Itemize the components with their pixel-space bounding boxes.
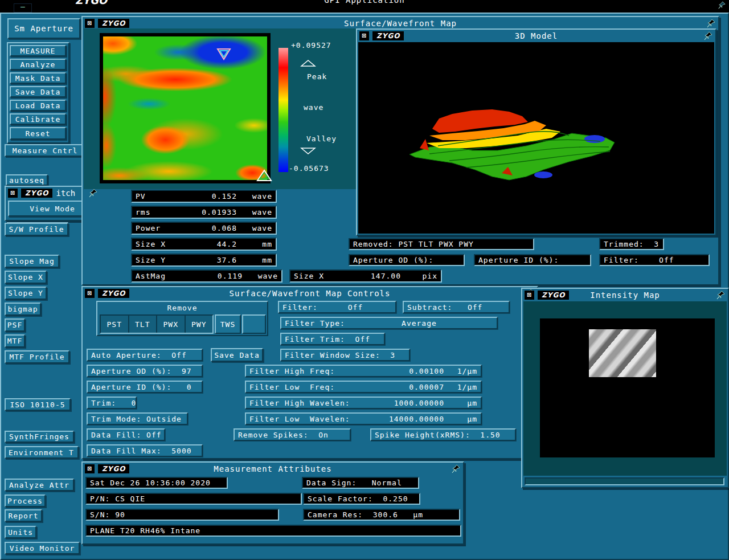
aperture-od-input[interactable]: Aperture OD (%): 97	[87, 365, 203, 377]
model3d-titlebar[interactable]: ⊠ ZYGO 3D Model	[357, 30, 715, 42]
save-data-button[interactable]: Save Data	[10, 86, 66, 97]
model3d-canvas	[358, 42, 714, 234]
pin-icon[interactable]	[718, 1, 726, 9]
trimmed-field: Trimmed: 3	[599, 238, 664, 250]
filter-high-freq-input[interactable]: Filter High Freq: 0.00100 1/µm	[245, 365, 482, 377]
unit-label: wave	[304, 103, 323, 112]
filter-high-wavelen-input[interactable]: Filter High Wavelen: 1000.00000 µm	[245, 397, 482, 409]
sidebar-item-process[interactable]: Process	[5, 494, 46, 507]
remove-tws-button[interactable]: TWS	[215, 314, 241, 334]
filter-field: Filter: Off	[599, 254, 710, 266]
subtract-toggle[interactable]: Subtract: Off	[403, 301, 510, 313]
data-fill-max-input[interactable]: Data Fill Max: 5000	[87, 444, 203, 457]
app-titlebar[interactable]: — ZYGO GPI Application	[0, 0, 729, 13]
sidebar-item-video-monitor[interactable]: Video Monitor	[5, 542, 80, 554]
window-menu-button[interactable]: —	[14, 3, 32, 13]
measure-button[interactable]: MEASURE	[10, 45, 66, 56]
pin-icon[interactable]	[703, 31, 712, 40]
intensity-bottom-groove	[525, 477, 724, 485]
zygo-logo: ZYGO	[372, 31, 404, 40]
controls-title: Surface/Wavefront Map Controls	[83, 289, 537, 298]
mask-data-button[interactable]: Mask Data	[10, 72, 66, 84]
zygo-logo: ZYGO	[98, 19, 129, 28]
peak-label: Peak	[307, 72, 327, 81]
pin-icon[interactable]	[88, 189, 97, 198]
data-sign-field[interactable]: Data Sign: Normal	[302, 477, 419, 489]
data-fill-toggle[interactable]: Data Fill: Off	[87, 428, 165, 441]
close-icon[interactable]: ⊠	[85, 19, 95, 28]
remove-tlt-button[interactable]: TLT	[129, 316, 158, 333]
sidebar-item-iso-10110-5[interactable]: ISO 10110-5	[5, 398, 71, 411]
sidebar-item-report[interactable]: Report	[5, 509, 42, 522]
trim-mode-toggle[interactable]: Trim Mode: Outside	[87, 412, 188, 425]
valley-arrow-icon	[300, 147, 316, 155]
sidebar-item-slope-y[interactable]: Slope Y	[5, 287, 47, 300]
attributes-titlebar[interactable]: ⊠ ZYGO Measurement Attributes	[83, 463, 463, 475]
filter-toggle[interactable]: Filter: Off	[278, 301, 396, 313]
stat-size-x: Size X 44.2 mm	[131, 238, 277, 251]
filter-type-field[interactable]: Filter Type: Average	[280, 317, 498, 329]
filter-low-wavelen-input[interactable]: Filter Low Wavelen: 14000.00000 µm	[245, 412, 482, 425]
calibrate-button[interactable]: Calibrate	[10, 113, 66, 125]
trim-input[interactable]: Trim: 0	[87, 397, 137, 409]
close-icon[interactable]: ⊠	[85, 289, 95, 298]
stat-astmag: AstMag 0.119 wave	[131, 269, 282, 283]
sidebar-item-units[interactable]: Units	[5, 526, 36, 538]
serial-number-field[interactable]: S/N: 90	[85, 509, 279, 521]
remove-pwx-button[interactable]: PWX	[157, 316, 186, 333]
save-data-button[interactable]: Save Data	[211, 348, 263, 362]
remove-pwy-button[interactable]: PWY	[186, 316, 213, 333]
filter-window-field[interactable]: Filter Window Size: 3	[280, 349, 410, 361]
analyze-button[interactable]: Analyze	[10, 59, 66, 70]
pin-icon[interactable]	[451, 464, 460, 473]
comment-field[interactable]: PLANE T20 RH46% Intane	[85, 525, 461, 537]
remove-blank-button[interactable]	[242, 314, 266, 334]
remove-spikes-toggle[interactable]: Remove Spikes: On	[234, 428, 351, 441]
reset-button[interactable]: Reset	[10, 127, 66, 140]
part-number-field[interactable]: P/N: CS QIE	[85, 493, 302, 505]
model3d-title: 3D Model	[357, 31, 715, 40]
sidebar-item-psf[interactable]: PSF	[5, 318, 25, 332]
close-icon[interactable]: ⊠	[85, 464, 95, 473]
spike-height-input[interactable]: Spike Height(xRMS): 1.50	[370, 428, 516, 441]
aperture-id-field: Aperture ID (%):	[474, 254, 591, 266]
auto-aperture-toggle[interactable]: Auto Aperture: Off	[87, 349, 203, 361]
filter-low-freq-input[interactable]: Filter Low Freq: 0.00007 1/µm	[245, 381, 482, 393]
scale-max-label: +0.09527	[291, 41, 331, 50]
surface-map-titlebar[interactable]: ⊠ ZYGO Surface/Wavefront Map	[83, 17, 718, 30]
attributes-title: Measurement Attributes	[83, 464, 463, 473]
sidebar-item-environment[interactable]: Environment T	[5, 446, 79, 459]
load-data-button[interactable]: Load Data	[10, 100, 66, 111]
stitch-title: itch	[56, 189, 75, 198]
pin-icon[interactable]	[706, 19, 715, 28]
sidebar-item-slope-mag[interactable]: Slope Mag	[5, 255, 59, 268]
remove-group-label: Remove	[97, 302, 267, 314]
close-icon[interactable]: ⊠	[525, 291, 534, 300]
sidebar-item-mtf-profile[interactable]: MTF Profile	[5, 350, 69, 363]
scale-min-label: -0.05673	[289, 164, 329, 173]
intensity-titlebar[interactable]: ⊠ ZYGO Intensity Map	[522, 289, 728, 301]
sidebar-item-bigmap[interactable]: bigmap	[5, 303, 41, 316]
sidebar-item-sw-profile[interactable]: S/W Profile	[5, 223, 68, 236]
sidebar-item-mtf[interactable]: MTF	[5, 334, 25, 348]
scale-factor-field[interactable]: Scale Factor: 0.250	[303, 493, 420, 505]
date-field[interactable]: Sat Dec 26 10:36:00 2020	[85, 477, 228, 489]
removed-field: Removed: PST TLT PWX PWY	[349, 238, 534, 250]
sidebar-item-slope-x[interactable]: Slope X	[5, 271, 47, 284]
measure-cntrl-button[interactable]: Measure Cntrl	[5, 144, 85, 157]
sm-aperture-button[interactable]: Sm Aperture	[7, 18, 80, 39]
aperture-id-input[interactable]: Aperture ID (%): 0	[87, 381, 203, 393]
stat-pv: PV 0.152 wave	[131, 190, 277, 203]
controls-titlebar[interactable]: ⊠ ZYGO Surface/Wavefront Map Controls	[83, 287, 537, 300]
peak-arrow-icon	[300, 59, 316, 67]
sidebar-item-synthfringes[interactable]: SynthFringes	[5, 431, 74, 443]
filter-trim-toggle[interactable]: Filter Trim: Off	[280, 333, 385, 345]
autoseq-button[interactable]: autoseq	[6, 174, 48, 186]
close-icon[interactable]: ⊠	[8, 189, 18, 198]
close-icon[interactable]: ⊠	[359, 31, 369, 40]
remove-pst-button[interactable]: PST	[101, 316, 129, 333]
sidebar-item-analyze-attr[interactable]: Analyze Attr	[5, 479, 74, 491]
camera-res-field[interactable]: Camera Res: 300.6 µm	[303, 509, 460, 521]
pin-icon[interactable]	[716, 291, 725, 300]
stat-power: Power 0.068 wave	[131, 222, 277, 235]
